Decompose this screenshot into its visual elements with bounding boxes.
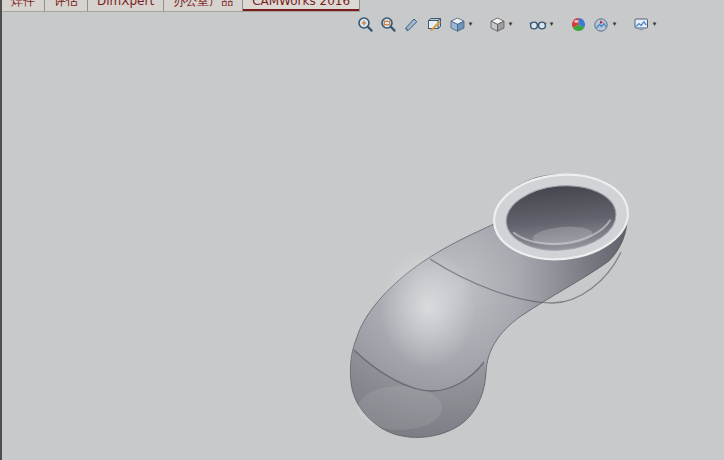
zoom-to-fit-icon bbox=[357, 16, 374, 33]
edit-appearance-button[interactable] bbox=[569, 15, 588, 34]
tab-weldments[interactable]: 焊件 bbox=[2, 0, 45, 11]
tab-camworks-2016-label: CAMWorks 2016 bbox=[252, 0, 350, 8]
view-settings-icon bbox=[633, 16, 650, 33]
body-highlight bbox=[380, 248, 476, 368]
apply-scene-button[interactable]: ▾ bbox=[592, 15, 619, 34]
display-style-dropdown-arrow[interactable]: ▾ bbox=[507, 21, 514, 28]
tab-camworks-2016[interactable]: CAMWorks 2016 bbox=[243, 0, 360, 11]
3d-drawing-view-button[interactable] bbox=[425, 15, 444, 34]
tab-evaluate-label: 评估 bbox=[54, 0, 78, 8]
tab-office-products-label: 办公室产品 bbox=[173, 0, 233, 8]
section-view-button[interactable] bbox=[402, 15, 421, 34]
apply-scene-dropdown-arrow[interactable]: ▾ bbox=[611, 21, 618, 28]
edit-appearance-icon bbox=[570, 16, 587, 33]
tab-evaluate[interactable]: 评估 bbox=[45, 0, 88, 11]
view-settings-dropdown-arrow[interactable]: ▾ bbox=[651, 21, 658, 28]
tab-office-products[interactable]: 办公室产品 bbox=[164, 0, 243, 11]
heads-up-toolbar: ▾ ▾ ▾ bbox=[356, 14, 659, 34]
hide-show-items-icon bbox=[529, 16, 547, 33]
3d-drawing-view-icon bbox=[426, 16, 443, 33]
view-orientation-button[interactable]: ▾ bbox=[448, 15, 475, 34]
view-orientation-icon bbox=[449, 16, 466, 33]
graphics-area[interactable] bbox=[0, 0, 724, 460]
zoom-to-area-button[interactable] bbox=[379, 15, 398, 34]
section-view-icon bbox=[403, 16, 420, 33]
view-settings-button[interactable]: ▾ bbox=[632, 15, 659, 34]
hide-show-items-button[interactable]: ▾ bbox=[528, 15, 556, 34]
tab-dimxpert[interactable]: DimXpert bbox=[88, 0, 164, 11]
view-orientation-dropdown-arrow[interactable]: ▾ bbox=[467, 21, 474, 28]
tab-dimxpert-label: DimXpert bbox=[97, 0, 154, 8]
solidworks-window: { "window": { "background": "#c8c9ca", "… bbox=[0, 0, 724, 460]
display-style-icon bbox=[489, 16, 506, 33]
command-manager-tabs: 焊件 评估 DimXpert 办公室产品 CAMWorks 2016 bbox=[2, 0, 360, 12]
display-style-button[interactable]: ▾ bbox=[488, 15, 515, 34]
zoom-to-area-icon bbox=[380, 16, 397, 33]
pipe-elbow-model[interactable] bbox=[350, 169, 631, 437]
zoom-to-fit-button[interactable] bbox=[356, 15, 375, 34]
apply-scene-icon bbox=[593, 16, 610, 33]
tab-weldments-label: 焊件 bbox=[11, 0, 35, 8]
hide-show-items-dropdown-arrow[interactable]: ▾ bbox=[548, 21, 555, 28]
